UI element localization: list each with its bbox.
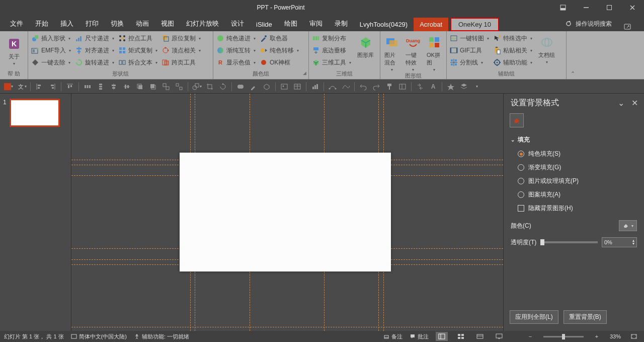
tab-design[interactable]: 设计 xyxy=(225,16,250,31)
divider-button[interactable]: 分割线▾ xyxy=(449,57,491,68)
qat-table-icon[interactable] xyxy=(292,81,303,92)
qat-eyedropper-icon[interactable] xyxy=(248,81,259,92)
qat-align-right[interactable] xyxy=(47,81,58,92)
qat-chart-icon[interactable] xyxy=(309,81,320,92)
tab-animations[interactable]: 动画 xyxy=(130,16,155,31)
apply-to-all-button[interactable]: 应用到全部(L) xyxy=(510,310,558,324)
share-button[interactable] xyxy=(617,23,640,31)
status-language[interactable]: 简体中文(中国大陆) xyxy=(71,333,127,340)
qat-group[interactable] xyxy=(160,81,172,92)
qat-replace-icon[interactable] xyxy=(415,81,426,92)
qat-layers-icon[interactable] xyxy=(458,81,469,92)
ok-frame-button[interactable]: OK神框 xyxy=(259,57,301,68)
one-key-remove-button[interactable]: 一键去除▾ xyxy=(30,57,73,68)
qat-ungroup[interactable] xyxy=(174,81,185,92)
maximize-button[interactable] xyxy=(598,0,621,15)
zoom-out-button[interactable]: − xyxy=(524,332,536,341)
solid-progress-button[interactable]: 纯色递进▾ xyxy=(215,33,258,44)
thumbnail-slide-1[interactable] xyxy=(10,99,60,127)
zoom-in-button[interactable]: + xyxy=(591,332,603,341)
ribbon-display-options-icon[interactable] xyxy=(551,0,575,15)
cross-page-button[interactable]: 跨页工具 xyxy=(160,57,203,68)
qat-more-icon[interactable]: ▾ xyxy=(471,81,482,92)
control-point-button[interactable]: 控点工具 xyxy=(117,33,159,44)
radio-gradient-fill[interactable]: 渐变填充(G) xyxy=(511,161,637,174)
normal-view-button[interactable] xyxy=(436,332,448,341)
qat-fill-color[interactable]: ▾ xyxy=(3,81,14,92)
reset-background-button[interactable]: 重置背景(B) xyxy=(564,310,607,324)
tab-file[interactable]: 文件 xyxy=(4,16,29,31)
tab-onekey10[interactable]: OneKey 10 xyxy=(450,18,499,31)
slide-canvas[interactable] xyxy=(71,94,503,331)
color-transfer-button[interactable]: 纯色转移▾ xyxy=(259,45,301,56)
qat-3d-icon[interactable] xyxy=(261,81,272,92)
qat-selection-pane-icon[interactable] xyxy=(397,81,408,92)
status-accessibility[interactable]: 辅助功能: 一切就绪 xyxy=(134,333,189,340)
transparency-slider[interactable] xyxy=(540,241,598,243)
qat-font-icon[interactable]: A xyxy=(428,81,439,92)
zoom-slider[interactable] xyxy=(543,336,584,337)
qat-curve-icon[interactable] xyxy=(340,81,351,92)
qat-edit-points-icon[interactable] xyxy=(327,81,338,92)
image-blend-button[interactable]: 图片混合▾ xyxy=(381,33,403,72)
tab-record[interactable]: 录制 xyxy=(329,16,354,31)
tab-home[interactable]: 开始 xyxy=(29,16,54,31)
matrix-copy-button[interactable]: 矩式复制▾ xyxy=(117,45,159,56)
shape-library-button[interactable]: 图形库 xyxy=(354,33,377,59)
qat-align-top[interactable] xyxy=(64,81,75,92)
tab-transitions[interactable]: 切换 xyxy=(105,16,130,31)
3d-tools-button[interactable]: 三维工具▾ xyxy=(311,57,353,68)
qat-bring-front[interactable] xyxy=(134,81,145,92)
emf-import-button[interactable]: EMF导入▾ xyxy=(30,45,73,56)
qat-align-left[interactable] xyxy=(34,81,45,92)
about-button[interactable]: K 关于▾ xyxy=(3,34,25,66)
radio-pattern-fill[interactable]: 图案填充(A) xyxy=(511,188,637,201)
qat-align-center-v[interactable] xyxy=(121,81,132,92)
slideshow-view-button[interactable] xyxy=(493,332,505,341)
notes-button[interactable]: 备注 xyxy=(383,333,403,340)
align-progress-button[interactable]: 对齐递进▾ xyxy=(74,45,116,56)
sorter-view-button[interactable] xyxy=(455,332,467,341)
tab-islide[interactable]: iSlide xyxy=(250,18,278,31)
tab-view[interactable]: 视图 xyxy=(155,16,180,31)
qat-format-painter-icon[interactable] xyxy=(384,81,395,92)
eyedropper-button[interactable]: 取色器 xyxy=(259,33,301,44)
tab-lvyhtools[interactable]: LvyhTools(0429) xyxy=(354,18,414,31)
gif-tool-button[interactable]: GIF工具 xyxy=(449,45,491,56)
qat-text-icon[interactable]: 文▾ xyxy=(16,81,27,92)
collapse-ribbon-button[interactable]: ⌃ xyxy=(567,31,579,79)
qat-combine-icon[interactable] xyxy=(235,81,246,92)
paste-related-button[interactable]: 粘贴相关▾ xyxy=(492,45,534,56)
tab-acrobat[interactable]: Acrobat xyxy=(414,18,448,31)
current-slide[interactable] xyxy=(180,153,391,271)
qat-animation-icon[interactable] xyxy=(445,81,456,92)
aux-functions-button[interactable]: 辅助功能▾ xyxy=(492,57,534,68)
vertex-related-button[interactable]: 顶点相关▾ xyxy=(160,45,203,56)
split-text-button[interactable]: 拆合文本▾ xyxy=(117,57,159,68)
doc-group-button[interactable]: 文档组▾ xyxy=(535,33,558,64)
color-group-launcher[interactable]: ◢ xyxy=(303,71,306,76)
tab-print[interactable]: 打印 xyxy=(79,16,105,31)
comments-button[interactable]: 批注 xyxy=(410,333,429,340)
qat-shapes-icon[interactable]: ▾ xyxy=(191,81,202,92)
tell-me-search[interactable]: 操作说明搜索 xyxy=(560,17,617,31)
one-key-image-button[interactable]: 一键转图▾ xyxy=(449,33,491,44)
pane-options-icon[interactable]: ⌄ xyxy=(618,98,624,108)
pane-close-icon[interactable]: ✕ xyxy=(631,98,638,108)
inplace-copy-button[interactable]: 原位复制▾ xyxy=(160,33,203,44)
qat-rotate-icon[interactable] xyxy=(217,81,228,92)
qat-redo-icon[interactable] xyxy=(371,81,382,92)
fill-category-icon[interactable] xyxy=(510,113,524,127)
show-color-value-button[interactable]: R显示色值▾ xyxy=(215,57,258,68)
reading-view-button[interactable] xyxy=(474,332,486,341)
checkbox-hide-bg-graphics[interactable]: 隐藏背景图形(H) xyxy=(511,201,637,215)
qat-distribute-v[interactable] xyxy=(95,81,106,92)
radio-solid-fill[interactable]: 纯色填充(S) xyxy=(511,147,637,161)
size-progress-button[interactable]: 尺寸递进▾ xyxy=(74,33,116,44)
fill-color-picker[interactable]: ▾ xyxy=(619,220,637,231)
tab-review[interactable]: 审阅 xyxy=(303,16,329,31)
radio-picture-fill[interactable]: 图片或纹理填充(P) xyxy=(511,174,637,188)
fill-section-header[interactable]: ⌄填充 xyxy=(511,132,637,147)
qat-undo-icon[interactable] xyxy=(358,81,369,92)
transparency-input[interactable]: 0%▴▾ xyxy=(602,237,637,247)
